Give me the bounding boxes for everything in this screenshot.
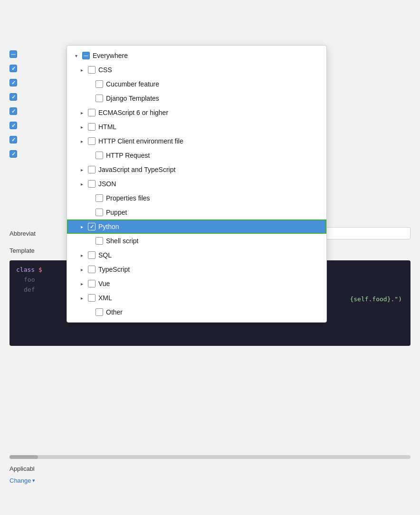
left-checkboxes [10, 48, 17, 161]
left-cb-4[interactable] [10, 93, 17, 101]
sql-checkbox[interactable] [88, 251, 95, 259]
js-ts-label: JavaScript and TypeScript [98, 166, 175, 173]
vue-chevron[interactable] [78, 280, 85, 287]
puppet-checkbox[interactable] [95, 209, 103, 216]
code-dollar: $ [38, 266, 42, 273]
json-chevron[interactable] [78, 181, 85, 187]
http-req-label: HTTP Request [106, 152, 150, 159]
horizontal-scrollbar[interactable] [10, 455, 410, 459]
code-def: def [16, 286, 35, 293]
ecma-label: ECMAScript 6 or higher [98, 109, 168, 116]
dd-sql[interactable]: SQL [67, 248, 326, 262]
json-checkbox[interactable] [88, 180, 95, 188]
js-ts-checkbox[interactable] [88, 166, 95, 173]
file-type-dropdown: ▾ Everywhere CSS Cucumber feature Django… [67, 45, 327, 323]
left-check-6 [10, 119, 17, 132]
code-foo: foo [16, 276, 35, 283]
dd-puppet[interactable]: Puppet [67, 205, 326, 219]
left-check-8 [10, 147, 17, 161]
dd-props[interactable]: Properties files [67, 191, 326, 205]
dd-http-req[interactable]: HTTP Request [67, 148, 326, 162]
xml-checkbox[interactable] [88, 294, 95, 302]
cucumber-checkbox[interactable] [95, 80, 103, 88]
everywhere-label: Everywhere [93, 52, 128, 59]
dd-shell[interactable]: Shell script [67, 234, 326, 248]
typescript-checkbox[interactable] [88, 266, 95, 273]
left-cb-1[interactable] [10, 50, 17, 58]
kw-class: class [16, 266, 35, 273]
abbreviation-label: Abbreviat [10, 230, 36, 237]
scroll-thumb[interactable] [10, 455, 38, 459]
python-chevron[interactable] [78, 223, 85, 230]
left-cb-8[interactable] [10, 150, 17, 158]
everywhere-chevron[interactable]: ▾ [73, 52, 79, 59]
css-label: CSS [98, 66, 112, 74]
dd-cucumber[interactable]: Cucumber feature [67, 77, 326, 91]
left-check-5 [10, 105, 17, 118]
sql-label: SQL [98, 251, 112, 259]
dd-other[interactable]: Other [67, 305, 326, 319]
http-env-checkbox[interactable] [88, 137, 95, 145]
shell-checkbox[interactable] [95, 237, 103, 245]
other-label: Other [106, 308, 123, 316]
code-str: {self.food}. [350, 296, 394, 303]
django-checkbox[interactable] [95, 95, 103, 102]
json-label: JSON [98, 180, 116, 188]
props-checkbox[interactable] [95, 194, 103, 202]
xml-chevron[interactable] [78, 295, 85, 301]
http-env-label: HTTP Client environment file [98, 137, 183, 145]
dropdown-everywhere[interactable]: ▾ Everywhere [67, 48, 326, 63]
typescript-label: TypeScript [98, 266, 130, 273]
django-label: Django Templates [106, 95, 159, 102]
left-check-1 [10, 48, 17, 61]
dd-html[interactable]: HTML [67, 120, 326, 134]
css-checkbox[interactable] [88, 66, 95, 74]
props-label: Properties files [106, 194, 150, 202]
sql-chevron[interactable] [78, 252, 85, 258]
html-label: HTML [98, 123, 116, 131]
css-chevron[interactable] [78, 67, 85, 73]
applicable-label: Applicabl [10, 465, 35, 472]
change-link[interactable]: Change [10, 477, 35, 484]
dd-ecma[interactable]: ECMAScript 6 or higher [67, 105, 326, 120]
other-checkbox[interactable] [95, 308, 103, 316]
dd-typescript[interactable]: TypeScript [67, 262, 326, 277]
dd-css[interactable]: CSS [67, 63, 326, 77]
python-label: Python [98, 223, 119, 230]
abbreviation-input[interactable] [325, 227, 410, 239]
ecma-checkbox[interactable] [88, 109, 95, 116]
dd-python[interactable]: Python [67, 219, 326, 234]
dd-vue[interactable]: Vue [67, 277, 326, 291]
left-cb-3[interactable] [10, 79, 17, 86]
left-cb-5[interactable] [10, 107, 17, 115]
dd-json[interactable]: JSON [67, 177, 326, 191]
left-check-3 [10, 76, 17, 89]
dd-django[interactable]: Django Templates [67, 91, 326, 105]
dd-xml[interactable]: XML [67, 291, 326, 305]
left-check-2 [10, 62, 17, 75]
html-chevron[interactable] [78, 124, 85, 130]
template-label: Template [10, 247, 35, 254]
code-quote: ") [394, 296, 402, 303]
code-self-food: self.food [353, 296, 387, 303]
xml-label: XML [98, 294, 112, 302]
shell-label: Shell script [106, 237, 138, 245]
left-cb-6[interactable] [10, 122, 17, 129]
cucumber-label: Cucumber feature [106, 80, 159, 88]
left-cb-7[interactable] [10, 136, 17, 143]
js-ts-chevron[interactable] [78, 166, 85, 173]
left-check-7 [10, 133, 17, 146]
http-req-checkbox[interactable] [95, 152, 103, 159]
dd-http-env[interactable]: HTTP Client environment file [67, 134, 326, 148]
vue-checkbox[interactable] [88, 280, 95, 287]
http-env-chevron[interactable] [78, 138, 85, 144]
python-checkbox[interactable] [88, 223, 95, 230]
puppet-label: Puppet [106, 209, 127, 216]
ecma-chevron[interactable] [78, 109, 85, 116]
everywhere-checkbox[interactable] [82, 52, 90, 59]
typescript-chevron[interactable] [78, 266, 85, 273]
vue-label: Vue [98, 280, 110, 287]
html-checkbox[interactable] [88, 123, 95, 131]
dd-js-ts[interactable]: JavaScript and TypeScript [67, 162, 326, 177]
left-cb-2[interactable] [10, 65, 17, 72]
